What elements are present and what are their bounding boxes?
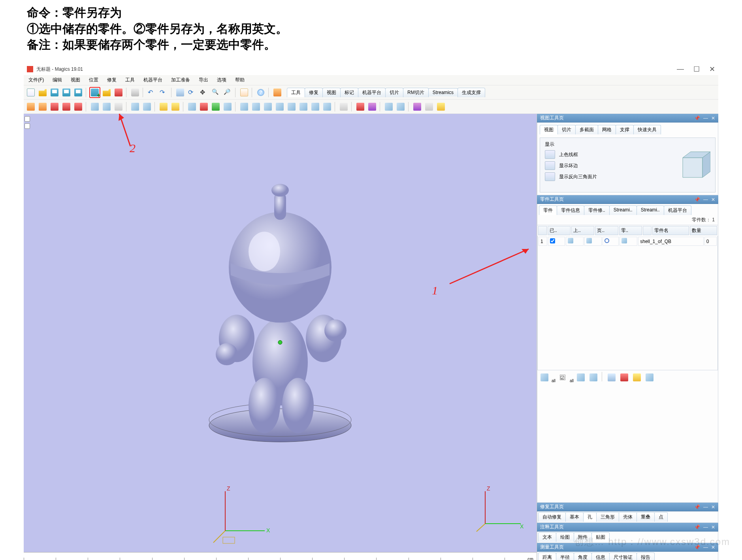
menu-options[interactable]: 选项 (214, 76, 230, 84)
tool-rotate[interactable] (49, 101, 60, 112)
tab-triangle[interactable]: 三角形 (596, 512, 619, 522)
link-button[interactable] (575, 372, 586, 383)
tool-shell-3[interactable] (262, 101, 273, 112)
badedge-icon[interactable] (545, 161, 555, 170)
tool-label-2[interactable] (367, 101, 378, 112)
tool-label-1[interactable] (355, 101, 366, 112)
tool-shell-6[interactable] (298, 101, 309, 112)
tab-radius[interactable]: 半径 (556, 552, 574, 560)
tab-machine[interactable]: 机器平台 (358, 88, 386, 97)
tab-info[interactable]: 信息 (591, 552, 610, 560)
handle-icon[interactable] (24, 116, 30, 122)
tab-partinfo[interactable]: 零件信息 (557, 206, 584, 215)
tab-streamics1[interactable]: Streami.. (609, 206, 637, 215)
tab-slice[interactable]: 切片 (557, 125, 576, 134)
tab-report[interactable]: 报告 (637, 552, 655, 560)
user-button[interactable] (272, 87, 283, 98)
tool-scale[interactable] (61, 101, 72, 112)
view-pan-button[interactable] (198, 87, 209, 98)
tab-support[interactable]: 生成支撑 (458, 88, 485, 97)
wireframe-icon[interactable] (545, 150, 555, 159)
print-button[interactable] (130, 87, 141, 98)
tab-slice[interactable]: 切片 (385, 88, 403, 97)
zoom-out-button[interactable] (222, 87, 233, 98)
tool-boolean-4[interactable] (222, 101, 233, 112)
pane-pin-icon[interactable]: 📌 (694, 197, 700, 202)
tab-dimcheck[interactable]: 尺寸验证 (609, 552, 637, 560)
tab-point[interactable]: 点 (654, 512, 668, 522)
tool-shell-2[interactable] (250, 101, 262, 112)
tab-shell[interactable]: 壳体 (619, 512, 637, 522)
tab-streamics2[interactable]: Streami.. (637, 206, 664, 215)
copy-button[interactable] (588, 372, 599, 383)
tab-view[interactable]: 视图 (540, 125, 558, 134)
save-part-as-button[interactable] (89, 87, 100, 98)
table-row[interactable]: 1 shell_1_of_QB 0 (539, 237, 717, 246)
tab-mark[interactable]: 标记 (340, 88, 358, 97)
menu-buildprep[interactable]: 加工准备 (168, 76, 193, 84)
tool-extrude[interactable] (101, 101, 112, 112)
menu-machine[interactable]: 机器平台 (140, 76, 166, 84)
export-button[interactable] (101, 87, 112, 98)
tool-platform-2[interactable] (395, 101, 406, 112)
col-page[interactable]: 页.. (595, 226, 618, 235)
tool-mirror[interactable] (73, 101, 84, 112)
tool-wrap[interactable] (310, 101, 321, 112)
pane-pin-icon[interactable]: 📌 (694, 115, 700, 121)
tool-group-2[interactable] (141, 101, 153, 112)
partview-4[interactable] (644, 372, 655, 383)
open-button[interactable] (37, 87, 48, 98)
pane-min-icon[interactable]: — (703, 524, 708, 530)
col-shade[interactable]: 上.. (571, 226, 594, 235)
maximize-button[interactable]: ☐ (693, 65, 700, 74)
menu-file[interactable]: 文件(F) (25, 76, 47, 84)
flipped-icon[interactable] (545, 172, 555, 181)
save-all-button[interactable] (61, 87, 72, 98)
pane-min-icon[interactable]: — (703, 115, 708, 121)
select-all-button[interactable] (539, 372, 550, 383)
tab-view[interactable]: 视图 (322, 88, 341, 97)
menu-tools[interactable]: 工具 (122, 76, 138, 84)
tool-gesture[interactable] (170, 101, 181, 112)
tool-boolean-2[interactable] (198, 101, 209, 112)
tool-shell-1[interactable] (239, 101, 250, 112)
tab-support[interactable]: 支撑 (616, 125, 634, 134)
tool-primitive[interactable] (89, 101, 100, 112)
viewport-3d[interactable]: X Z X Z 0 1 2 3 4 5 6 (24, 114, 537, 560)
tab-rmslice[interactable]: RM切片 (403, 88, 429, 97)
tab-machine[interactable]: 机器平台 (664, 206, 691, 215)
undo-button[interactable] (146, 87, 157, 98)
tool-shell-5[interactable] (286, 101, 297, 112)
tool-boolean-1[interactable] (186, 101, 198, 112)
tab-fixture[interactable]: 快速夹具 (633, 125, 661, 134)
partview-2[interactable] (619, 372, 630, 383)
tab-fix[interactable]: 修复 (305, 88, 323, 97)
tool-measure-1[interactable] (338, 101, 349, 112)
partview-3[interactable] (631, 372, 642, 383)
tab-distance[interactable]: 距离 (538, 552, 556, 560)
save-button[interactable] (49, 87, 60, 98)
tab-overlap[interactable]: 重叠 (637, 512, 655, 522)
tab-tools[interactable]: 工具 (287, 88, 305, 97)
check-all-button[interactable]: ☑ (557, 372, 568, 383)
minimize-button[interactable]: — (677, 65, 684, 74)
tab-streamics[interactable]: Streamics (428, 88, 458, 96)
tab-angle[interactable]: 角度 (574, 552, 592, 560)
col-qty[interactable]: 数量 (690, 226, 717, 235)
pane-close-icon[interactable]: ✕ (711, 504, 715, 510)
tab-text[interactable]: 文本 (538, 532, 556, 542)
view-rotate-button[interactable] (186, 87, 198, 98)
tool-shell-4[interactable] (274, 101, 285, 112)
menu-export[interactable]: 导出 (196, 76, 211, 84)
menu-position[interactable]: 位置 (86, 76, 102, 84)
close-button[interactable]: ✕ (709, 65, 715, 74)
menu-fix[interactable]: 修复 (104, 76, 120, 84)
tool-boolean-3[interactable] (210, 101, 221, 112)
pane-min-icon[interactable]: — (703, 197, 708, 202)
menu-edit[interactable]: 编辑 (49, 76, 65, 84)
col-selected[interactable]: 已.. (548, 226, 571, 235)
pane-min-icon[interactable]: — (703, 504, 708, 510)
help-button[interactable]: ? (255, 87, 266, 98)
tab-hole[interactable]: 孔 (583, 512, 597, 522)
tool-hand[interactable] (158, 101, 169, 112)
